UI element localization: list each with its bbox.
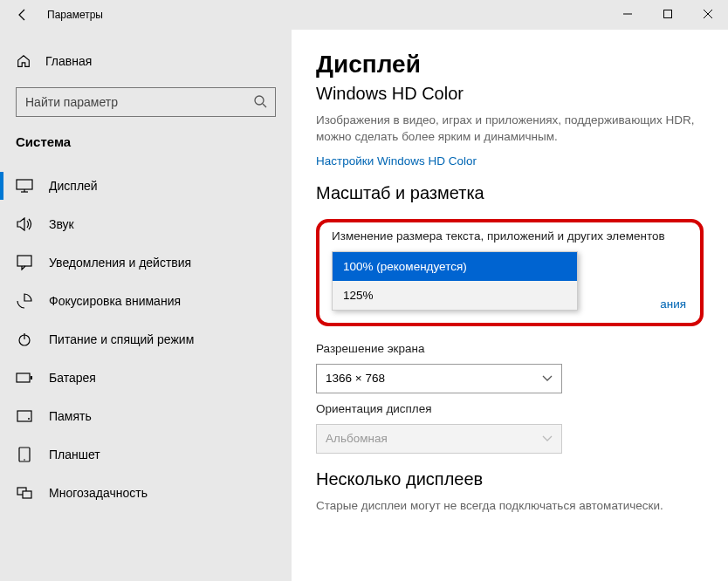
sound-icon <box>16 215 33 233</box>
maximize-button[interactable] <box>648 0 688 28</box>
sidebar-item-power[interactable]: Питание и спящий режим <box>0 320 292 359</box>
close-button[interactable] <box>688 0 728 28</box>
focus-icon <box>16 292 33 310</box>
sidebar-item-label: Дисплей <box>49 179 98 193</box>
sidebar-home-label: Главная <box>45 54 92 68</box>
svg-rect-12 <box>17 411 31 421</box>
sidebar-home[interactable]: Главная <box>0 44 292 79</box>
orientation-value: Альбомная <box>326 432 388 445</box>
scale-option-125[interactable]: 125% <box>333 281 577 310</box>
sidebar-item-battery[interactable]: Батарея <box>0 359 292 397</box>
battery-icon <box>16 369 33 386</box>
svg-rect-7 <box>17 256 31 266</box>
hdcolor-title: Windows HD Color <box>316 84 704 104</box>
orientation-select: Альбомная <box>316 424 562 454</box>
resolution-label: Разрешение экрана <box>316 342 704 355</box>
display-icon <box>16 177 33 195</box>
sidebar-item-label: Память <box>49 409 92 423</box>
svg-rect-11 <box>31 376 32 379</box>
sidebar-item-storage[interactable]: Память <box>0 397 292 435</box>
chevron-down-icon <box>542 375 553 382</box>
hdcolor-desc: Изображения в видео, играх и приложениях… <box>316 113 704 146</box>
sidebar-item-label: Питание и спящий режим <box>49 332 194 346</box>
sidebar-item-sound[interactable]: Звук <box>0 205 292 243</box>
sidebar-category: Система <box>0 127 292 167</box>
search-input[interactable] <box>16 87 276 117</box>
resolution-value: 1366 × 768 <box>326 372 385 385</box>
svg-rect-17 <box>23 491 31 498</box>
scale-highlight-box: Изменение размера текста, приложений и д… <box>316 219 704 326</box>
home-icon <box>16 53 31 69</box>
orientation-label: Ориентация дисплея <box>316 402 704 415</box>
content-area: Дисплей Windows HD Color Изображения в в… <box>292 30 728 581</box>
scale-title: Масштаб и разметка <box>316 183 704 203</box>
sidebar-item-label: Планшет <box>49 448 100 461</box>
multidisplay-desc: Старые дисплеи могут не всегда подключат… <box>316 498 704 515</box>
advanced-scaling-link-partial[interactable]: ания <box>660 297 686 311</box>
sidebar-item-display[interactable]: Дисплей <box>0 167 292 205</box>
multidisplay-title: Несколько дисплеев <box>316 469 704 489</box>
sidebar-item-multitask[interactable]: Многозадачность <box>0 474 292 512</box>
scale-label: Изменение размера текста, приложений и д… <box>332 229 688 243</box>
resolution-select[interactable]: 1366 × 768 <box>316 364 562 393</box>
chevron-down-icon <box>542 435 553 442</box>
sidebar-item-focus[interactable]: Фокусировка внимания <box>0 282 292 320</box>
hdcolor-link[interactable]: Настройки Windows HD Color <box>316 154 704 167</box>
back-button[interactable] <box>10 3 35 27</box>
sidebar-item-label: Батарея <box>49 371 96 385</box>
sidebar-item-label: Звук <box>49 217 74 231</box>
scale-option-100[interactable]: 100% (рекомендуется) <box>333 252 577 281</box>
multitask-icon <box>16 484 33 502</box>
tablet-icon <box>16 446 33 463</box>
power-icon <box>16 331 33 348</box>
sidebar-nav: Дисплей Звук Уведомления и действия <box>0 167 292 512</box>
search-container <box>16 87 276 117</box>
storage-icon <box>16 407 33 425</box>
svg-point-13 <box>28 418 30 420</box>
sidebar-item-label: Многозадачность <box>49 486 148 500</box>
titlebar: Параметры <box>0 0 728 30</box>
svg-rect-4 <box>17 180 32 189</box>
sidebar-item-label: Уведомления и действия <box>49 256 191 270</box>
svg-rect-1 <box>664 10 672 18</box>
sidebar-item-tablet[interactable]: Планшет <box>0 435 292 474</box>
window-title: Параметры <box>47 9 103 21</box>
sidebar-item-label: Фокусировка внимания <box>49 294 181 308</box>
svg-rect-10 <box>17 373 30 382</box>
svg-point-15 <box>24 459 25 461</box>
page-title: Дисплей <box>316 51 704 79</box>
scale-dropdown-open[interactable]: 100% (рекомендуется) 125% <box>332 251 578 311</box>
notifications-icon <box>16 254 33 271</box>
sidebar: Главная Система Дисплей <box>0 30 292 581</box>
sidebar-item-notifications[interactable]: Уведомления и действия <box>0 243 292 282</box>
minimize-button[interactable] <box>608 0 648 28</box>
